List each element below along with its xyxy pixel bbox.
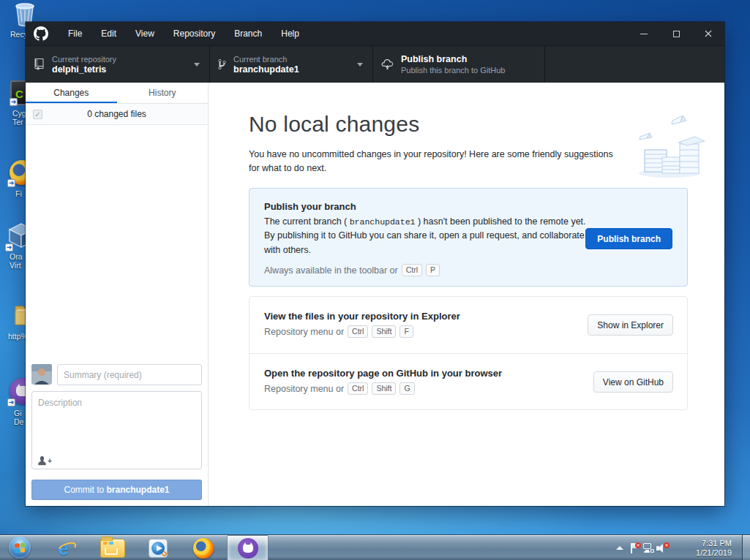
github-desktop-window: File Edit View Repository Branch Help Cu…	[26, 22, 724, 506]
internet-explorer-icon: e	[57, 538, 78, 559]
firefox-icon	[193, 538, 214, 559]
card-body: The current branch ( branchupdate1 ) has…	[264, 215, 595, 257]
tip-text: Repository menu or	[264, 327, 344, 337]
titlebar: File Edit View Repository Branch Help	[26, 22, 724, 45]
summary-input[interactable]	[57, 364, 202, 385]
card-title: Publish your branch	[264, 201, 672, 212]
show-hidden-icons-button[interactable]	[613, 535, 626, 560]
publish-branch-toolbar-label: Publish branch	[401, 54, 505, 65]
windows-logo-icon	[15, 542, 25, 553]
body-text: The current branch (	[264, 216, 350, 227]
alert-badge: ✕	[635, 542, 641, 548]
changed-files-row: ✓ 0 changed files	[26, 104, 208, 125]
current-branch-value: branchupdate1	[233, 64, 299, 75]
branch-name-code: branchupdate1	[350, 217, 416, 227]
maximize-button[interactable]	[660, 22, 692, 45]
shortcut-arrow-icon: ➜	[5, 243, 13, 251]
suggestion-cards: View the files in your repository in Exp…	[249, 296, 688, 410]
view-on-github-button[interactable]: View on GitHub	[593, 371, 673, 393]
commit-form: + Commit to branchupdate1	[26, 358, 208, 506]
network-tray-icon[interactable]	[642, 535, 655, 560]
kbd-ctrl: Ctrl	[348, 382, 368, 395]
avatar	[31, 364, 52, 385]
github-desktop-icon	[238, 538, 258, 559]
paper-stacks-illustration	[627, 112, 708, 179]
app-toolbar: Current repository delphi_tetris Current…	[26, 45, 724, 83]
minimize-button[interactable]	[628, 22, 660, 45]
no-changes-pane: No local changes You have no uncommitted…	[209, 83, 724, 506]
current-repository-value: delphi_tetris	[52, 64, 116, 75]
show-in-explorer-card: View the files in your repository in Exp…	[250, 297, 687, 353]
clock-date: 1/21/2019	[669, 548, 732, 558]
commit-button-branch: branchupdate1	[107, 485, 170, 495]
current-repository-label: Current repository	[52, 54, 116, 64]
repo-icon	[34, 58, 45, 70]
current-repository-button[interactable]: Current repository delphi_tetris	[26, 46, 210, 83]
description-input[interactable]	[31, 391, 202, 469]
commit-button[interactable]: Commit to branchupdate1	[31, 480, 202, 500]
show-desktop-button[interactable]	[742, 535, 750, 560]
close-icon	[705, 30, 712, 37]
plus-icon: +	[48, 457, 52, 465]
taskbar-internet-explorer[interactable]: e	[46, 535, 88, 560]
tip-text: Always available in the toolbar or	[264, 265, 398, 276]
chevron-up-icon	[616, 546, 623, 550]
tab-history[interactable]: History	[117, 83, 209, 103]
kbd-p: P	[426, 264, 440, 276]
chevron-down-icon	[194, 63, 200, 67]
current-branch-button[interactable]: Current branch branchupdate1	[210, 46, 373, 83]
add-coauthor-button[interactable]: +	[37, 455, 52, 466]
chevron-down-icon	[357, 63, 363, 67]
shortcut-tip: Always available in the toolbar or Ctrl …	[264, 264, 672, 276]
action-center-tray-icon[interactable]: ✕	[628, 535, 641, 560]
maximize-icon	[673, 31, 680, 37]
network-icon	[643, 542, 654, 553]
tip-text: Repository menu or	[264, 384, 344, 394]
menu-help[interactable]: Help	[271, 22, 309, 45]
windows-explorer-icon	[100, 539, 125, 558]
taskbar-windows-media-player[interactable]	[137, 535, 179, 560]
taskbar: e ✕	[0, 534, 750, 560]
shortcut-arrow-icon: ➜	[7, 398, 15, 406]
sidebar-tabs: Changes History	[26, 83, 208, 104]
publish-branch-button[interactable]: Publish branch	[585, 228, 672, 249]
tab-changes[interactable]: Changes	[26, 83, 117, 103]
menu-edit[interactable]: Edit	[91, 22, 126, 45]
changed-files-count: 0 changed files	[87, 109, 146, 119]
kbd-shift: Shift	[372, 382, 396, 395]
page-subtext: You have no uncommitted changes in your …	[249, 148, 626, 176]
close-button[interactable]	[692, 22, 724, 45]
cloud-upload-icon	[381, 58, 394, 70]
publish-branch-card: Publish your branch The current branch (…	[249, 188, 688, 287]
start-button[interactable]	[9, 537, 31, 559]
person-add-icon	[37, 455, 47, 466]
kbd-f: F	[400, 325, 413, 338]
kbd-shift: Shift	[372, 325, 396, 338]
commit-button-prefix: Commit to	[64, 485, 106, 495]
menu-file[interactable]: File	[59, 22, 91, 45]
taskbar-clock[interactable]: 7:31 PM 1/21/2019	[669, 535, 732, 560]
publish-branch-toolbar-button[interactable]: Publish branch Publish this branch to Gi…	[373, 46, 545, 83]
menu-branch[interactable]: Branch	[225, 22, 271, 45]
menu-view[interactable]: View	[126, 22, 164, 45]
git-branch-icon	[218, 58, 226, 70]
menu-repository[interactable]: Repository	[164, 22, 225, 45]
select-all-checkbox[interactable]: ✓	[33, 110, 42, 119]
speaker-muted-icon: ✕	[656, 542, 668, 554]
current-branch-label: Current branch	[233, 54, 299, 64]
kbd-ctrl: Ctrl	[402, 264, 422, 276]
kbd-g: G	[400, 382, 414, 395]
volume-tray-icon[interactable]: ✕	[656, 535, 669, 560]
show-in-explorer-button[interactable]: Show in Explorer	[588, 314, 673, 336]
shortcut-arrow-icon: ➜	[7, 179, 15, 187]
kbd-ctrl: Ctrl	[348, 325, 368, 338]
publish-branch-toolbar-sublabel: Publish this branch to GitHub	[401, 65, 505, 75]
taskbar-github-desktop[interactable]	[227, 535, 269, 560]
flag-icon: ✕	[629, 542, 640, 554]
taskbar-firefox[interactable]	[182, 535, 224, 560]
changes-list-empty	[26, 125, 208, 358]
shortcut-arrow-icon: ➜	[10, 98, 18, 106]
view-on-github-card: Open the repository page on GitHub in yo…	[250, 353, 687, 409]
taskbar-windows-explorer[interactable]	[91, 535, 133, 560]
github-logo-icon	[34, 26, 48, 41]
